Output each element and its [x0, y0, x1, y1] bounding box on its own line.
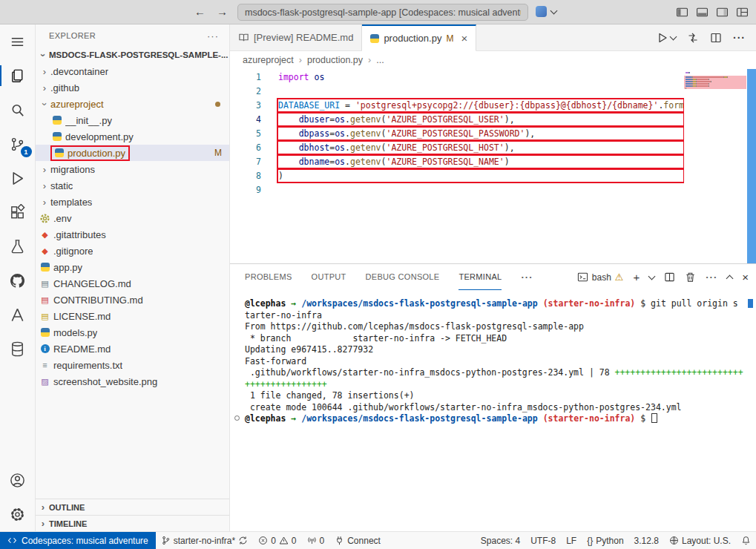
layout-label: Layout: U.S. — [682, 536, 731, 546]
account-icon[interactable] — [0, 463, 36, 497]
branch-indicator[interactable]: starter-no-infra* — [156, 532, 253, 549]
chevron-icon: › — [37, 502, 49, 513]
run-python-file-button[interactable] — [657, 32, 676, 44]
code-line-9[interactable]: 9 — [230, 183, 684, 197]
python-file-icon — [41, 328, 50, 337]
launch-profile-chevron-icon[interactable] — [648, 272, 656, 280]
ports-indicator[interactable]: 0 — [302, 532, 330, 549]
more-actions-icon[interactable]: ··· — [733, 32, 746, 44]
command-center[interactable]: msdocs-flask-postgresql-sample-app [Code… — [237, 4, 528, 21]
menu-icon[interactable] — [0, 24, 36, 59]
tree-item-README.md[interactable]: iREADME.md — [36, 341, 229, 357]
chevron-icon: › — [39, 164, 50, 175]
tree-item-development.py[interactable]: development.py — [36, 128, 229, 145]
overview-ruler[interactable] — [747, 69, 756, 263]
customize-layout-icon[interactable] — [736, 6, 749, 19]
problems-indicator[interactable]: 0 0 — [253, 532, 301, 549]
new-terminal-icon[interactable]: + — [633, 271, 640, 283]
code-line-8[interactable]: 8) — [230, 169, 684, 183]
tree-item-templates[interactable]: ›templates — [36, 194, 229, 210]
code-line-5[interactable]: 5 dbpass=os.getenv('AZURE_POSTGRESQL_PAS… — [230, 127, 684, 141]
tree-item-.github[interactable]: ›.github — [36, 79, 229, 96]
tree-item-models.py[interactable]: models.py — [36, 324, 229, 341]
ports-count: 0 — [320, 536, 325, 546]
terminal-shell-selector[interactable]: bash ⚠ — [577, 272, 624, 283]
github-icon[interactable] — [0, 263, 36, 297]
back-icon[interactable]: ← — [194, 5, 206, 18]
settings-gear-icon[interactable] — [0, 497, 36, 531]
panel-more-tabs-icon[interactable]: ··· — [521, 272, 533, 283]
tree-item-azureproject[interactable]: ›azureproject — [36, 96, 229, 112]
language-indicator[interactable]: {} Python — [582, 532, 628, 549]
split-terminal-icon[interactable] — [664, 272, 675, 283]
tab-output[interactable]: OUTPUT — [312, 264, 346, 290]
testing-beaker-icon[interactable] — [0, 229, 36, 263]
eol-indicator[interactable]: LF — [561, 532, 582, 549]
source-control-icon[interactable]: 1 — [0, 127, 36, 161]
tree-item-CHANGELOG.md[interactable]: ▤CHANGELOG.md — [36, 275, 229, 292]
tree-item-app.py[interactable]: app.py — [36, 259, 229, 275]
tree-item-.gitignore[interactable]: ◆.gitignore — [36, 243, 229, 259]
tree-item-migrations[interactable]: ›migrations — [36, 161, 229, 177]
keyboard-layout-indicator[interactable]: Layout: U.S. — [664, 532, 736, 549]
code-line-1[interactable]: 1import os — [230, 70, 684, 85]
split-editor-icon[interactable] — [710, 32, 722, 44]
tab-readme-preview[interactable]: [Preview] README.md — [230, 24, 362, 50]
indent-indicator[interactable]: Spaces: 4 — [476, 532, 525, 549]
toggle-sidebar-icon[interactable] — [676, 6, 688, 19]
toggle-secondary-sidebar-icon[interactable] — [716, 6, 729, 19]
tree-item-static[interactable]: ›static — [36, 177, 229, 194]
explorer-root-folder[interactable]: › MSDOCS-FLASK-POSTGRESQL-SAMPLE-... — [36, 47, 229, 63]
code-line-2[interactable]: 2 — [230, 85, 684, 99]
notifications-button[interactable] — [736, 532, 756, 549]
connect-label: Connect — [347, 536, 381, 546]
connect-button[interactable]: Connect — [329, 532, 386, 549]
tree-item-__init__.py[interactable]: __init__.py — [36, 112, 229, 128]
code-line-7[interactable]: 7 dbname=os.getenv('AZURE_POSTGRESQL_NAM… — [230, 155, 684, 169]
tree-item-.env[interactable]: .env — [36, 210, 229, 226]
tree-item-.gitattributes[interactable]: ◆.gitattributes — [36, 226, 229, 243]
azure-icon[interactable] — [0, 297, 36, 332]
tab-debug-console[interactable]: DEBUG CONSOLE — [366, 264, 440, 290]
remote-menu-button[interactable] — [536, 6, 556, 17]
extensions-icon[interactable] — [0, 195, 36, 229]
code-line-6[interactable]: 6 dbhost=os.getenv('AZURE_POSTGRESQL_HOS… — [230, 141, 684, 155]
timeline-section[interactable]: › TIMELINE — [36, 515, 229, 531]
kill-terminal-trash-icon[interactable] — [685, 272, 696, 283]
forward-icon[interactable]: → — [217, 5, 228, 18]
tree-item-requirements.txt[interactable]: ≡requirements.txt — [36, 357, 229, 373]
breadcrumb-symbol[interactable]: ... — [376, 55, 384, 65]
database-icon[interactable] — [0, 332, 36, 366]
close-icon[interactable]: × — [461, 32, 467, 45]
tab-terminal[interactable]: TERMINAL — [458, 264, 502, 290]
tab-production-py[interactable]: production.py M × — [362, 24, 476, 51]
command-decoration-icon[interactable] — [234, 415, 240, 421]
tree-item-CONTRIBUTING.md[interactable]: ▤CONTRIBUTING.md — [36, 292, 229, 308]
explorer-icon[interactable] — [0, 59, 36, 93]
python-version-indicator[interactable]: 3.12.8 — [629, 532, 664, 549]
code-line-4[interactable]: 4 dbuser=os.getenv('AZURE_POSTGRESQL_USE… — [230, 113, 684, 127]
toggle-panel-icon[interactable] — [696, 6, 709, 19]
code-editor[interactable]: 1import os23DATABASE_URI = 'postgresql+p… — [230, 69, 756, 263]
encoding-indicator[interactable]: UTF-8 — [525, 532, 561, 549]
minimap[interactable] — [684, 70, 746, 256]
tree-item-screenshot_website.png[interactable]: ▨screenshot_website.png — [36, 373, 229, 389]
breadcrumb-folder[interactable]: azureproject — [243, 55, 294, 65]
remote-indicator[interactable]: Codespaces: musical adventure — [0, 532, 156, 549]
close-panel-icon[interactable]: × — [742, 271, 749, 283]
open-changes-icon[interactable] — [687, 32, 699, 44]
line-number: 3 — [230, 99, 261, 113]
breadcrumb-file[interactable]: production.py — [307, 55, 363, 65]
tree-item-.devcontainer[interactable]: ›.devcontainer — [36, 63, 229, 79]
panel-views-more-icon[interactable]: ··· — [706, 272, 717, 283]
code-line-3[interactable]: 3DATABASE_URI = 'postgresql+psycopg2://{… — [230, 99, 684, 113]
terminal-content[interactable]: @lcephas → /workspaces/msdocs-flask-post… — [230, 294, 756, 531]
maximize-panel-icon[interactable] — [726, 275, 734, 283]
tree-item-LICENSE.md[interactable]: ▤LICENSE.md — [36, 308, 229, 324]
search-icon[interactable] — [0, 93, 36, 127]
tree-item-production.py[interactable]: production.pyM — [36, 145, 229, 161]
tab-problems[interactable]: PROBLEMS — [245, 264, 292, 290]
outline-section[interactable]: › OUTLINE — [36, 499, 229, 515]
explorer-more-icon[interactable]: ··· — [207, 30, 219, 42]
run-debug-icon[interactable] — [0, 161, 36, 195]
